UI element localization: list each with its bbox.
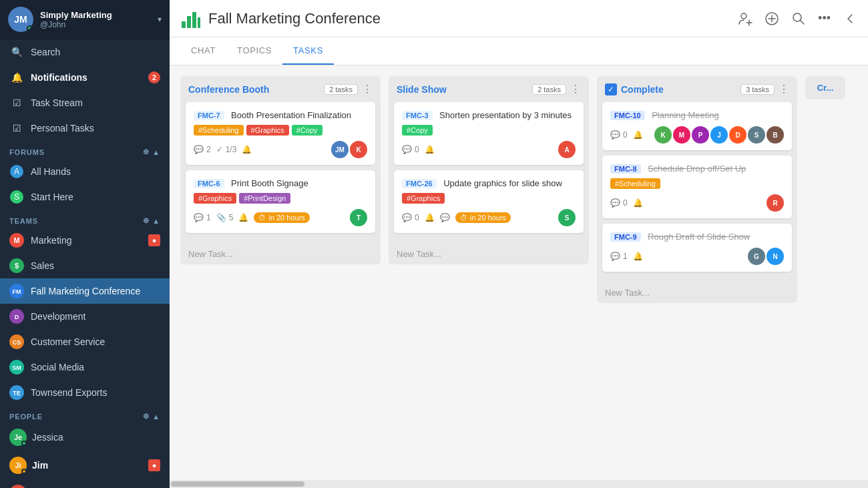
sidebar-item-personal-tasks[interactable]: ☑ Personal Tasks (0, 115, 170, 141)
user-add-icon[interactable] (738, 11, 752, 26)
horizontal-scrollbar[interactable] (170, 480, 868, 488)
svg-rect-18 (192, 12, 196, 28)
tab-topics[interactable]: TOPICS (226, 37, 282, 65)
task-stream-icon: ☑ (9, 95, 24, 110)
sidebar-item-development[interactable]: D Development (0, 304, 170, 329)
tag-scheduling-2[interactable]: #Scheduling (610, 178, 660, 189)
online-status-dot (27, 25, 33, 32)
sidebar-personal-tasks-label: Personal Tasks (31, 123, 160, 134)
complete-task-count: 3 tasks (740, 84, 775, 95)
forums-label: FORUMS (9, 148, 143, 156)
people-collapse-icon[interactable]: ▲ (152, 413, 160, 421)
svg-text:D: D (15, 314, 19, 320)
card-fmc-8[interactable]: FMC-8 Schedule Drop off/Set Up #Scheduli… (602, 156, 792, 218)
column-header-complete: ✓ Complete 3 tasks ⋮ (597, 76, 797, 102)
marketing-team-icon: M (9, 233, 24, 248)
tag-graphics-3[interactable]: #Graphics (402, 193, 445, 204)
new-task-slide-show[interactable]: New Task... (389, 244, 589, 264)
sidebar-item-social-media[interactable]: SM Social Media (0, 354, 170, 380)
sidebar-item-search[interactable]: 🔍 Search (0, 39, 170, 65)
sidebar-item-start-here[interactable]: S Start Here (0, 184, 170, 210)
sidebar-item-all-hands[interactable]: A All Hands (0, 159, 170, 184)
card-tags-fmc-26: #Graphics (402, 193, 576, 204)
comment-icon-6: 💬 (610, 198, 620, 208)
column-header-conference-booth: Conference Booth 2 tasks ⋮ (180, 76, 381, 102)
comment-icon-3: 💬 (402, 145, 412, 154)
card-fmc-6[interactable]: FMC-6 Print Booth Signage #Graphics #Pri… (186, 170, 375, 233)
new-task-conference-booth[interactable]: New Task... (180, 244, 381, 264)
task-id-fmc-7: FMC-7 (194, 111, 224, 120)
svg-text:$: $ (15, 262, 19, 270)
sidebar-item-marketing[interactable]: M Marketing ● (0, 228, 170, 253)
tag-graphics[interactable]: #Graphics (246, 125, 289, 136)
tab-tasks[interactable]: TASKS (282, 37, 334, 65)
more-options-icon[interactable]: ••• (818, 11, 831, 25)
avatar-4: A (558, 141, 576, 158)
tag-scheduling[interactable]: #Scheduling (194, 125, 244, 136)
sidebar-item-jessica[interactable]: Je Jessica (0, 423, 170, 451)
sidebar-item-customer-service[interactable]: CS Customer Service (0, 329, 170, 354)
social-media-team-icon: SM (9, 360, 24, 375)
partial-col-title: Cr... (817, 83, 834, 93)
card-fmc-7[interactable]: FMC-7 Booth Presentation Finalization #S… (186, 102, 375, 165)
collapse-sidebar-icon[interactable] (843, 11, 857, 26)
card-title-fmc-3: Shorten presentation by 3 minutes (439, 110, 572, 120)
sidebar-item-jim[interactable]: Ji Jim ● (0, 451, 170, 479)
sidebar-item-townsend-exports[interactable]: TE Townsend Exports (0, 380, 170, 405)
scrollbar-thumb[interactable] (171, 481, 304, 487)
search-icon[interactable] (791, 11, 806, 26)
complete-menu-icon[interactable]: ⋮ (779, 83, 789, 95)
card-footer-fmc-7: 💬 2 ✓ 1/3 🔔 JM K (194, 141, 367, 158)
avatars-fmc-7: JM K (331, 141, 367, 158)
sidebar-item-fall-marketing[interactable]: FM Fall Marketing Conference (0, 278, 170, 304)
teams-collapse-icon[interactable]: ▲ (152, 217, 160, 225)
card-footer-fmc-10: 💬 0 🔔 K M P J D S B (610, 126, 784, 144)
complete-checkbox-icon: ✓ (605, 83, 617, 95)
people-add-icon[interactable]: ⊕ (143, 412, 150, 421)
avatar-2: K (350, 141, 367, 158)
avatar-1: JM (331, 141, 349, 158)
tab-chat[interactable]: CHAT (180, 37, 226, 65)
av-p: P (692, 126, 709, 144)
jessica-label: Jessica (32, 432, 160, 443)
sidebar-item-notifications[interactable]: 🔔 Notifications 2 (0, 65, 170, 90)
av-m: M (673, 126, 690, 144)
forums-collapse-icon[interactable]: ▲ (152, 148, 160, 156)
conference-booth-menu-icon[interactable]: ⋮ (362, 83, 373, 95)
sidebar-item-sales[interactable]: $ Sales (0, 253, 170, 278)
tag-graphics-2[interactable]: #Graphics (194, 193, 236, 204)
forums-add-icon[interactable]: ⊕ (143, 148, 150, 156)
slide-show-task-count: 2 tasks (532, 84, 566, 95)
svg-text:TE: TE (13, 390, 21, 397)
slide-show-menu-icon[interactable]: ⋮ (570, 83, 581, 95)
column-header-slide-show: Slide Show 2 tasks ⋮ (389, 76, 589, 102)
column-title-conference-booth: Conference Booth (188, 84, 324, 95)
new-task-complete[interactable]: New Task... (597, 282, 797, 303)
av-d: D (729, 126, 746, 144)
teams-add-icon[interactable]: ⊕ (143, 216, 150, 225)
people-label: PEOPLE (9, 413, 143, 421)
tag-copy-2[interactable]: #Copy (402, 125, 433, 136)
card-title-fmc-10: Planning Meeting (652, 110, 718, 120)
tag-copy[interactable]: #Copy (292, 125, 322, 136)
card-fmc-10[interactable]: FMC-10 Planning Meeting 💬 0 🔔 K M P (602, 102, 792, 150)
comment-icon-4: 💬 (402, 213, 412, 222)
social-media-label: Social Media (31, 362, 160, 373)
task-id-fmc-3: FMC-3 (402, 111, 433, 120)
bell-icon: 🔔 (9, 70, 24, 85)
card-fmc-26[interactable]: FMC-26 Update graphics for slide show #G… (394, 170, 584, 233)
card-fmc-3[interactable]: FMC-3 Shorten presentation by 3 minutes … (394, 102, 584, 165)
sidebar-header[interactable]: JM Simply Marketing @John ▾ (0, 0, 170, 39)
sidebar-item-david[interactable]: Da David (0, 479, 170, 488)
card-fmc-9[interactable]: FMC-9 Rough Draft of Slide Show 💬 1 🔔 G … (602, 224, 792, 272)
tag-printdesign[interactable]: #PrintDesign (239, 193, 290, 204)
customer-service-team-icon: CS (9, 334, 24, 349)
card-title-fmc-6: Print Booth Signage (231, 178, 308, 188)
all-hands-label: All Hands (31, 166, 160, 177)
clock-icon-2: ⏱ (460, 214, 467, 222)
add-circle-icon[interactable] (765, 11, 779, 26)
comment-icon: 💬 (194, 145, 204, 154)
sidebar-item-task-stream[interactable]: ☑ Task Stream (0, 90, 170, 115)
av-j2: J (710, 126, 728, 144)
column-conference-booth: Conference Booth 2 tasks ⋮ FMC-7 Booth P… (180, 76, 381, 264)
